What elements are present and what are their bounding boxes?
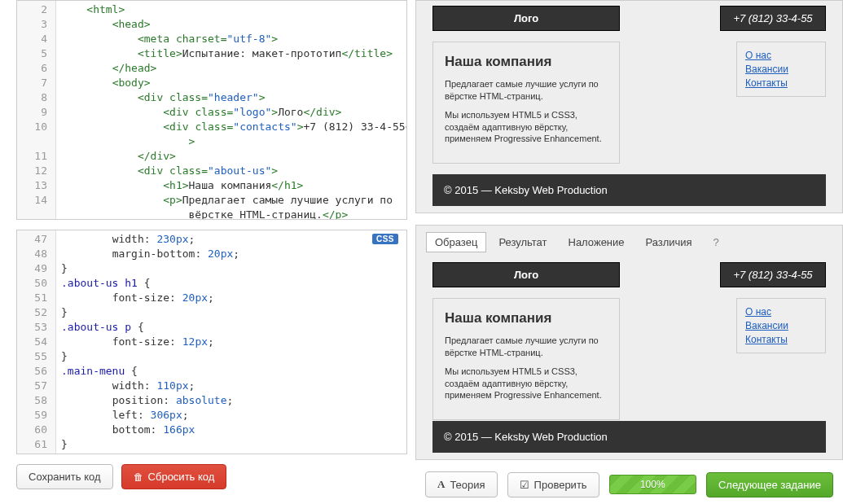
- mock-menu: О нас Вакансии Контакты: [736, 42, 826, 97]
- preview-tabs: Образец Результат Наложение Различия ?: [426, 232, 832, 252]
- progress-bar: 100%: [609, 475, 696, 494]
- check-icon: [520, 479, 529, 491]
- trash-icon: [134, 471, 143, 483]
- mock-logo: Лого: [432, 6, 620, 31]
- mock-contacts: +7 (812) 33-4-55: [720, 6, 826, 31]
- check-button[interactable]: Проверить: [507, 472, 599, 497]
- mock-menu-link[interactable]: Вакансии: [745, 63, 817, 77]
- reset-button[interactable]: Сбросить код: [121, 464, 227, 489]
- tab-diff[interactable]: Различия: [637, 232, 701, 252]
- tab-result[interactable]: Результат: [490, 232, 555, 252]
- mock2-about: Наша компания Предлагает самые лучшие ус…: [432, 298, 620, 420]
- html-editor[interactable]: 23456789101112131415 <html> <head> <meta…: [16, 0, 407, 220]
- html-gutter: 23456789101112131415: [17, 1, 56, 219]
- mock2-menu-link[interactable]: Контакты: [745, 333, 817, 347]
- check-button-label: Проверить: [534, 479, 587, 491]
- mock2-contacts: +7 (812) 33-4-55: [720, 262, 826, 287]
- reset-button-label: Сбросить код: [148, 471, 215, 483]
- next-button[interactable]: Следующее задание: [706, 472, 833, 497]
- mock2-about-title: Наша компания: [445, 310, 608, 327]
- font-icon: A: [437, 478, 445, 491]
- css-code[interactable]: width: 230px; margin-bottom: 20px;}.abou…: [56, 230, 406, 454]
- mock-about: Наша компания Предлагает самые лучшие ус…: [432, 42, 620, 164]
- tab-help[interactable]: ?: [705, 232, 728, 252]
- preview-result: Лого +7 (812) 33-4-55 Наша компания Пред…: [415, 0, 843, 213]
- mock2-about-p2: Мы используем HTML5 и CSS3, создаём адап…: [445, 366, 608, 402]
- mock-about-p2: Мы используем HTML5 и CSS3, создаём адап…: [445, 109, 608, 146]
- mock-about-title: Наша компания: [445, 54, 608, 70]
- mock-about-p1: Предлагает самые лучшие услуги по вёрстк…: [445, 78, 608, 103]
- mock-menu-link[interactable]: Контакты: [745, 77, 817, 90]
- mock2-menu-link[interactable]: О нас: [745, 305, 817, 319]
- theory-button[interactable]: A Теория: [425, 471, 498, 497]
- preview-sample: Образец Результат Наложение Различия ? Л…: [415, 225, 843, 460]
- mock-menu-link[interactable]: О нас: [745, 49, 817, 63]
- save-button[interactable]: Сохранить код: [16, 464, 113, 489]
- mock2-footer: © 2015 — Keksby Web Production: [432, 421, 826, 453]
- mock2-menu-link[interactable]: Вакансии: [745, 319, 817, 333]
- mock-footer: © 2015 — Keksby Web Production: [432, 174, 826, 206]
- css-editor[interactable]: CSS 474849505152535455565758596061626364…: [16, 230, 407, 454]
- mock2-about-p1: Предлагает самые лучшие услуги по вёрстк…: [445, 335, 608, 359]
- css-gutter: 47484950515253545556575859606162636465: [17, 230, 56, 454]
- html-code[interactable]: <html> <head> <meta charset="utf-8"> <ti…: [56, 1, 406, 219]
- mock2-menu: О нас Вакансии Контакты: [736, 298, 826, 353]
- tab-overlay[interactable]: Наложение: [560, 232, 634, 252]
- tab-sample[interactable]: Образец: [426, 232, 486, 252]
- mock2-logo: Лого: [432, 262, 620, 287]
- theory-button-label: Теория: [450, 479, 485, 491]
